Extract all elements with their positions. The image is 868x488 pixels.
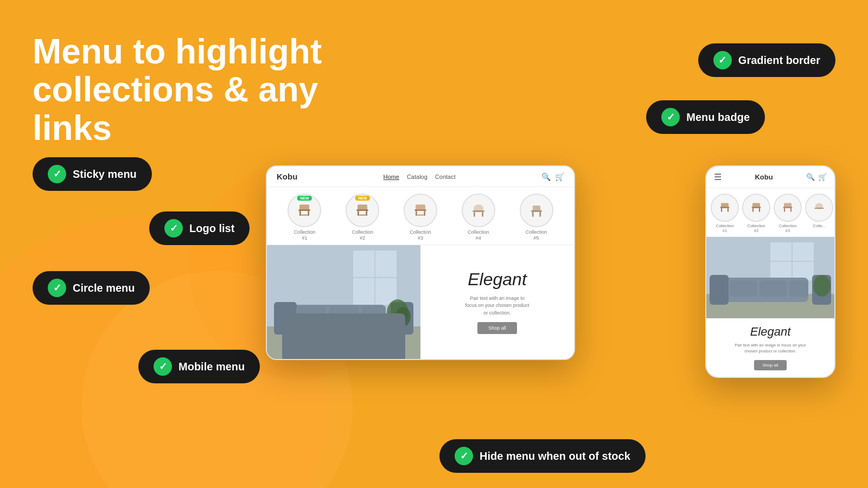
mobile-circle-4 (805, 194, 833, 222)
svg-rect-65 (789, 280, 808, 297)
svg-rect-42 (720, 207, 730, 208)
svg-rect-16 (473, 210, 484, 212)
mobile-collection-3: Collection#3 (774, 194, 802, 233)
mockup-header: Kobu Home Catalog Contact 🔍 🛒 (267, 166, 574, 187)
mockup-nav: Home Catalog Contact (384, 174, 456, 180)
svg-rect-35 (310, 336, 375, 339)
svg-rect-4 (301, 214, 308, 216)
svg-rect-18 (482, 212, 483, 217)
svg-rect-43 (721, 208, 722, 212)
hero-image (267, 245, 420, 359)
collection-circle-5 (520, 194, 553, 227)
desktop-mockup: Kobu Home Catalog Contact 🔍 🛒 NEW (266, 165, 575, 360)
mobile-hero-desc: Pair text with an image to focus on your… (714, 342, 827, 355)
mobile-search-icon: 🔍 (806, 173, 815, 181)
svg-rect-51 (784, 208, 785, 212)
collection-circle-3 (404, 194, 437, 227)
svg-rect-2 (299, 211, 301, 216)
cart-icon: 🛒 (555, 172, 564, 181)
svg-rect-54 (815, 208, 824, 209)
mobile-collection-label-1: Collection#1 (716, 223, 734, 233)
collection-circle-1: NEW (288, 194, 321, 227)
svg-rect-36 (315, 339, 320, 350)
mockup-hero: Elegant Pair text with an image tofocus … (267, 245, 574, 359)
svg-rect-6 (356, 209, 368, 211)
mockup-logo: Kobu (277, 172, 297, 181)
mobile-collection-4: Colle... (805, 194, 833, 233)
badge-hide-menu-label: Hide menu when out of stock (480, 450, 630, 463)
svg-rect-3 (308, 211, 310, 216)
collection-label-4: Collection#4 (468, 229, 489, 241)
svg-rect-48 (759, 208, 760, 212)
svg-rect-37 (365, 339, 369, 350)
mobile-cart-icon: 🛒 (818, 173, 827, 181)
collection-label-3: Collection#3 (410, 229, 431, 241)
heading-line2: collections & any links (33, 70, 380, 147)
nav-home: Home (384, 174, 399, 180)
mobile-shop-button[interactable]: Shop all (754, 360, 787, 370)
badge-logo-list: Logo list (149, 211, 250, 245)
svg-rect-20 (531, 210, 542, 212)
svg-rect-63 (730, 280, 757, 297)
mockup-icons: 🔍 🛒 (541, 172, 564, 181)
svg-rect-14 (417, 214, 424, 216)
nav-contact: Contact (435, 174, 456, 180)
heading-line1: Menu to highlight (33, 33, 380, 70)
badge-menu-badge: Menu badge (646, 100, 765, 134)
sofa-illustration (267, 245, 420, 359)
hero-desc: Pair text with an image tofocus on your … (465, 295, 529, 317)
badge-menu-badge-label: Menu badge (686, 111, 750, 124)
svg-rect-52 (790, 208, 792, 212)
svg-rect-32 (296, 306, 326, 328)
new-badge-1: NEW (297, 196, 311, 201)
collection-circle-2: NEW (346, 194, 379, 227)
mobile-logo: Kobu (755, 173, 773, 181)
search-icon: 🔍 (541, 172, 551, 181)
svg-rect-12 (416, 211, 417, 216)
check-icon-hide (455, 447, 473, 465)
svg-point-40 (395, 307, 411, 326)
svg-rect-9 (359, 214, 366, 216)
badge-mobile-menu-label: Mobile menu (178, 361, 245, 373)
mobile-collection-2: Collection#2 (742, 194, 770, 233)
badge-hide-menu: Hide menu when out of stock (439, 439, 646, 473)
badge-circle-menu-label: Circle menu (73, 282, 135, 294)
svg-rect-46 (752, 207, 761, 208)
collection-circle-4 (462, 194, 495, 227)
badge-sticky-label: Sticky menu (73, 168, 137, 181)
svg-rect-27 (267, 326, 420, 359)
svg-rect-22 (539, 212, 541, 217)
mobile-mockup: ☰ Kobu 🔍 🛒 Collection#1 (705, 165, 835, 378)
hero-title: Elegant (468, 269, 527, 290)
svg-rect-50 (783, 207, 793, 208)
badge-circle-menu: Circle menu (33, 271, 150, 305)
svg-rect-64 (760, 280, 787, 297)
shop-all-button[interactable]: Shop all (477, 322, 517, 334)
check-icon-circle (48, 279, 66, 297)
badge-mobile-menu: Mobile menu (138, 350, 260, 383)
mobile-circle-2 (742, 194, 770, 222)
mobile-hero-text: Elegant Pair text with an image to focus… (706, 318, 834, 377)
check-icon-menu-badge (661, 108, 680, 126)
mobile-header: ☰ Kobu 🔍 🛒 (706, 166, 834, 188)
badge-gradient-border-label: Gradient border (738, 54, 820, 67)
svg-point-66 (813, 275, 831, 297)
svg-rect-7 (358, 211, 359, 216)
collection-label-1: Collection#1 (294, 229, 316, 241)
main-heading: Menu to highlight collections & any link… (33, 33, 380, 147)
check-icon-mobile (154, 357, 172, 376)
svg-rect-38 (395, 316, 400, 332)
mobile-collections: Collection#1 Collection#2 (706, 188, 834, 237)
svg-rect-47 (752, 208, 754, 212)
mobile-hero-title: Elegant (714, 325, 827, 339)
mobile-collection-label-3: Collection#3 (779, 223, 797, 233)
check-icon-sticky (48, 165, 66, 183)
mobile-collection-1: Collection#1 (711, 194, 739, 233)
new-badge-2: NEW (355, 196, 369, 201)
mobile-circle-3 (774, 194, 802, 222)
svg-rect-11 (414, 209, 426, 211)
nav-catalog: Catalog (407, 174, 427, 180)
hamburger-icon: ☰ (714, 172, 722, 182)
collection-item-3: Collection#3 (404, 194, 437, 241)
svg-rect-30 (274, 302, 297, 335)
